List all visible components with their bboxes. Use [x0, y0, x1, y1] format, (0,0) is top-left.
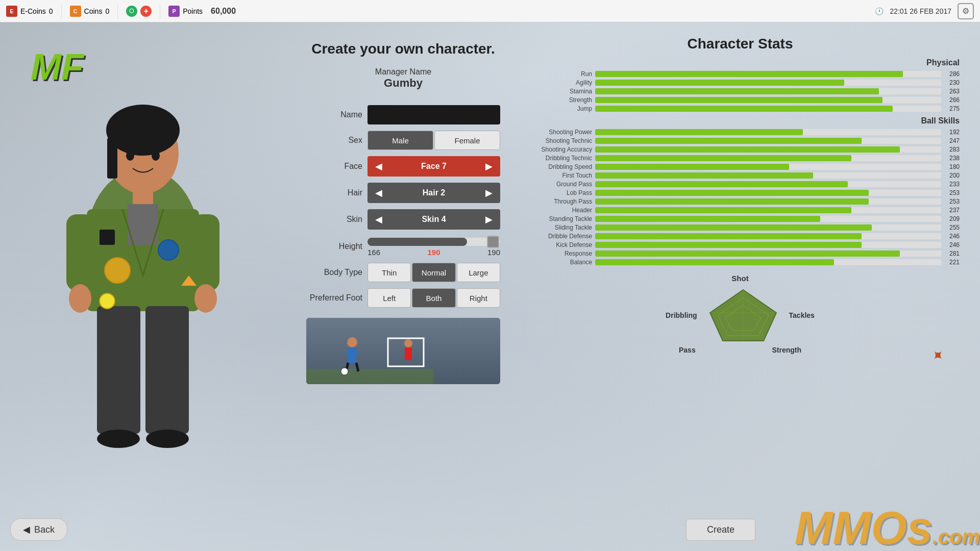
create-section: Create your own character. Manager Name … [296, 31, 510, 541]
back-arrow-icon: ◀ [23, 524, 30, 535]
settings-button[interactable]: ⚙ [958, 3, 974, 19]
stat-lob-pass: Lob Pass 253 [521, 189, 960, 196]
stat-through-pass: Through Pass 253 [521, 198, 960, 205]
mmos-watermark: MMOs.com [795, 505, 980, 551]
body-type-large-button[interactable]: Large [457, 263, 500, 282]
time-display: 22:01 26 FEB 2017 [890, 7, 951, 15]
pass-label: Pass [679, 346, 696, 354]
svg-point-15 [194, 284, 217, 313]
body-type-normal-button[interactable]: Normal [412, 263, 455, 282]
stat-sliding-tackle: Sliding Tackle 255 [521, 224, 960, 231]
skin-prev-button[interactable]: ◀ [368, 209, 390, 230]
coins-icon: C [70, 6, 81, 17]
stat-ground-pass: Ground Pass 233 [521, 181, 960, 188]
svg-rect-6 [133, 186, 153, 207]
hair-label: Hair [306, 188, 362, 197]
height-slider-thumb [487, 236, 499, 248]
stat-header: Header 237 [521, 207, 960, 214]
points-icon: P [168, 6, 180, 17]
height-row: Height 166 190 190 [306, 236, 500, 257]
stat-balance: Balance 221 [521, 259, 960, 266]
foot-both-button[interactable]: Both [412, 288, 455, 308]
stat-first-touch: First Touch 200 [521, 172, 960, 179]
create-button-container: Create [686, 519, 755, 541]
preferred-foot-label: Preferred Foot [306, 293, 362, 303]
stat-shooting-accuracy: Shooting Accuracy 283 [521, 146, 960, 153]
name-input[interactable] [368, 105, 500, 124]
coins-label: Coins [84, 7, 103, 15]
height-slider-track[interactable] [368, 238, 500, 246]
stat-dribbling-speed: Dribbling Speed 180 [521, 163, 960, 170]
points-label: Points [183, 7, 203, 15]
svg-point-31 [404, 339, 412, 347]
body-type-label: Body Type [306, 268, 362, 277]
svg-point-30 [341, 368, 348, 375]
topbar: E E-Coins 0 C Coins 0 ⬡ + P Points 60,00… [0, 0, 980, 22]
face-value: Face 7 [390, 162, 478, 171]
skin-value: Skin 4 [390, 215, 478, 224]
height-label: Height [306, 242, 362, 251]
topbar-right: 🕐 22:01 26 FEB 2017 ⚙ [875, 3, 974, 19]
height-container: 166 190 190 [368, 236, 500, 257]
body-type-buttons: Thin Normal Large [368, 263, 500, 282]
stat-agility: Agility 230 [521, 79, 960, 86]
svg-point-8 [105, 258, 130, 283]
height-max: 190 [487, 248, 500, 257]
create-button[interactable]: Create [686, 519, 755, 541]
stat-strength: Strength 266 [521, 96, 960, 104]
sex-row: Sex Male Female [306, 131, 500, 150]
skin-next-button[interactable]: ▶ [478, 209, 500, 230]
body-type-thin-button[interactable]: Thin [368, 263, 411, 282]
manager-name-value: Gumby [375, 77, 431, 90]
radar-chart [702, 285, 784, 346]
points-item: P Points [168, 6, 203, 17]
radar-area: Shot Dribbling Tackles Pass Streng [521, 274, 960, 354]
sex-buttons: Male Female [368, 131, 500, 150]
stat-run: Run 286 [521, 70, 960, 78]
main-panel: Create your own character. Manager Name … [296, 31, 970, 541]
face-prev-button[interactable]: ◀ [368, 156, 390, 177]
svg-rect-12 [66, 214, 94, 291]
face-selector: ◀ Face 7 ▶ [368, 156, 500, 177]
name-label: Name [306, 110, 362, 119]
create-label: Create [707, 524, 734, 535]
preferred-foot-row: Preferred Foot Left Both Right [306, 288, 500, 308]
stat-response: Response 281 [521, 250, 960, 257]
hair-prev-button[interactable]: ◀ [368, 183, 390, 203]
svg-point-24 [347, 337, 357, 347]
face-next-button[interactable]: ▶ [478, 156, 500, 177]
stat-standing-tackle: Standing Tackle 209 [521, 215, 960, 222]
shield-icon: ⬡ [126, 6, 137, 17]
hair-value: Hair 2 [390, 188, 478, 197]
stats-title: Character Stats [521, 36, 960, 52]
sex-label: Sex [306, 136, 362, 145]
sex-female-button[interactable]: Female [434, 131, 500, 150]
height-slider-fill [368, 238, 467, 246]
foot-buttons: Left Both Right [368, 288, 500, 308]
skin-selector: ◀ Skin 4 ▶ [368, 209, 500, 230]
stats-section: Character Stats Physical Run 286 Agility… [510, 31, 970, 541]
points-value: 60,000 [211, 7, 236, 16]
svg-rect-16 [97, 306, 140, 434]
foot-right-button[interactable]: Right [457, 288, 500, 308]
physical-category: Physical [521, 58, 960, 67]
stat-stamina: Stamina 263 [521, 88, 960, 95]
svg-rect-13 [191, 214, 219, 291]
stat-jump: Jump 275 [521, 105, 960, 112]
ecoins-item: E E-Coins 0 [6, 6, 53, 17]
shield-plus-item: ⬡ + [126, 6, 152, 17]
height-current: 190 [427, 248, 440, 257]
back-button[interactable]: ◀ Back [10, 518, 67, 541]
character-figure [15, 56, 271, 474]
face-label: Face [306, 162, 362, 171]
ecoins-value: 0 [49, 7, 53, 15]
svg-rect-3 [107, 138, 117, 179]
hair-next-button[interactable]: ▶ [478, 183, 500, 203]
stat-shooting-technic: Shooting Technic 247 [521, 137, 960, 144]
sep2 [117, 4, 118, 18]
ecoins-label: E-Coins [20, 7, 46, 15]
svg-rect-32 [405, 347, 412, 360]
sex-male-button[interactable]: Male [368, 131, 433, 150]
foot-left-button[interactable]: Left [368, 288, 411, 308]
coins-value: 0 [105, 7, 109, 15]
